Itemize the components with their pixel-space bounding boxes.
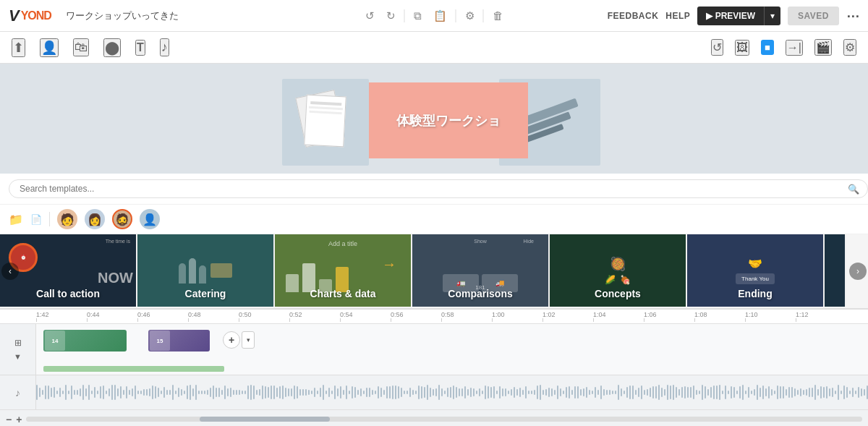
waveform-bar bbox=[849, 391, 851, 394]
waveform-bar bbox=[733, 387, 735, 399]
saved-button[interactable]: SAVED bbox=[788, 7, 839, 25]
template-card-catering[interactable]: Catering bbox=[137, 234, 275, 307]
clip-2[interactable]: 15 bbox=[148, 330, 210, 352]
waveform-bar bbox=[542, 390, 544, 395]
music-note-icon: ♪ bbox=[15, 387, 20, 399]
waveform-bar bbox=[129, 390, 130, 395]
waveform-bar bbox=[59, 388, 61, 397]
search-input[interactable] bbox=[9, 179, 868, 198]
export-button[interactable]: →| bbox=[786, 40, 803, 56]
image-button[interactable]: 🖼 bbox=[735, 40, 749, 56]
waveform-bar bbox=[751, 391, 752, 393]
waveform-bar bbox=[155, 386, 156, 399]
waveform-bar bbox=[635, 390, 637, 395]
waveform-bar bbox=[357, 390, 359, 396]
help-button[interactable]: HELP bbox=[665, 11, 690, 21]
video-button[interactable]: 🎬 bbox=[814, 39, 832, 56]
waveform-bar bbox=[378, 386, 379, 399]
waveform-bar bbox=[435, 388, 437, 396]
waveform-bar bbox=[647, 389, 648, 396]
undo-button[interactable]: ↺ bbox=[362, 7, 378, 25]
cards-nav-right[interactable]: › bbox=[849, 263, 867, 280]
waveform-bar bbox=[516, 389, 518, 395]
avatar-filter-2[interactable]: 👩 bbox=[85, 209, 105, 229]
concepts-label: Concepts bbox=[550, 282, 686, 307]
waveform-bar bbox=[158, 388, 159, 397]
timeline-controls: ⊞ ▼ bbox=[0, 324, 36, 375]
template-card-comparisons[interactable]: Show Hide 🚛 🚚 181 Comparisons bbox=[412, 234, 550, 307]
waveform-bar bbox=[537, 385, 538, 400]
waveform-bar bbox=[664, 389, 665, 396]
feedback-button[interactable]: FEEDBACK bbox=[608, 11, 659, 21]
waveform-bar bbox=[56, 391, 58, 395]
audio-icon[interactable]: ♪ bbox=[160, 38, 169, 56]
template-card-partial[interactable] bbox=[825, 234, 846, 307]
waveform-bar bbox=[783, 386, 784, 398]
waveform-bar bbox=[705, 386, 706, 399]
redo-button[interactable]: ↻ bbox=[383, 7, 399, 25]
scrollbar-track[interactable] bbox=[26, 417, 862, 422]
zoom-in-button[interactable]: + bbox=[16, 414, 22, 425]
logo-v: V bbox=[9, 7, 20, 25]
undo-small-button[interactable]: ↺ bbox=[711, 39, 723, 56]
waveform-bar bbox=[832, 388, 833, 396]
zoom-out-button[interactable]: − bbox=[6, 414, 12, 425]
scrollbar-thumb[interactable] bbox=[200, 417, 330, 422]
file-icon[interactable]: 📄 bbox=[30, 214, 42, 225]
waveform-bar bbox=[713, 385, 715, 399]
waveform-bar bbox=[791, 387, 793, 397]
template-card-concepts[interactable]: 🥘 🌽 🍖 Concepts bbox=[550, 234, 687, 307]
waveform-bar bbox=[502, 388, 503, 396]
waveform-bar bbox=[123, 390, 124, 395]
chart-icon[interactable]: ⬤ bbox=[103, 38, 121, 57]
preview-button[interactable]: ▶ PREVIEW bbox=[697, 7, 764, 25]
waveform-bar bbox=[103, 385, 104, 399]
waveform-bar bbox=[742, 385, 744, 400]
waveform-bar bbox=[412, 390, 414, 394]
waveform-bar bbox=[673, 385, 674, 399]
toolbar: ⬆ 👤 🛍 ⬤ T ♪ ↺ 🖼 ■ →| 🎬 ⚙ bbox=[0, 32, 868, 64]
prop-icon[interactable]: 🛍 bbox=[73, 38, 89, 56]
waveform-bar bbox=[641, 385, 642, 399]
waveform-bar bbox=[768, 386, 770, 399]
timeline-expand-button[interactable]: ▼ bbox=[14, 352, 22, 361]
waveform-bar bbox=[227, 388, 229, 397]
waveform-bar bbox=[152, 385, 153, 399]
highlight-icon: ■ bbox=[761, 40, 774, 55]
delete-button[interactable]: 🗑 bbox=[490, 7, 506, 25]
waveform-bar bbox=[719, 385, 720, 400]
avatar-filter-3[interactable]: 🧔 bbox=[112, 209, 132, 229]
more-options-button[interactable]: ⋯ bbox=[846, 8, 859, 24]
template-card-ending[interactable]: 🤝 Thank You Ending bbox=[687, 234, 825, 307]
avatar-filter-4[interactable]: 👤 bbox=[140, 209, 160, 229]
timeline-container: 1:420:440:460:480:500:520:540:560:581:00… bbox=[0, 309, 868, 426]
waveform-bar bbox=[279, 386, 281, 398]
avatar-filter-1[interactable]: 🧑 bbox=[57, 209, 77, 229]
cards-nav-left[interactable]: ‹ bbox=[1, 263, 19, 280]
settings-button[interactable]: ⚙ bbox=[462, 7, 477, 25]
avatar-filters: 📁 📄 🧑 👩 🧔 👤 bbox=[0, 205, 868, 234]
template-card-cta[interactable]: ⏰ The time is NOW Call to action bbox=[0, 234, 137, 307]
waveform-bar bbox=[360, 388, 362, 397]
add-clip-button[interactable]: + bbox=[223, 331, 240, 349]
upload-icon[interactable]: ⬆ bbox=[12, 38, 25, 57]
waveform-bar bbox=[823, 387, 825, 398]
waveform-bar bbox=[676, 387, 677, 398]
text-icon[interactable]: T bbox=[135, 40, 145, 56]
paste-button[interactable]: 📋 bbox=[430, 7, 450, 25]
clip-1[interactable]: 14 bbox=[43, 330, 127, 352]
settings-toolbar-button[interactable]: ⚙ bbox=[843, 39, 856, 56]
preview-dropdown-button[interactable]: ▾ bbox=[764, 7, 780, 25]
waveform-bar bbox=[97, 391, 98, 394]
folder-icon[interactable]: 📁 bbox=[9, 213, 23, 226]
clip-2-thumbnail: 15 bbox=[150, 331, 170, 351]
waveform-bar bbox=[597, 390, 599, 396]
template-card-charts[interactable]: Add a title → Charts & data bbox=[275, 234, 412, 307]
clip-dropdown-button[interactable]: ▾ bbox=[242, 331, 255, 349]
waveform-bar bbox=[586, 387, 587, 397]
ruler-tick: 1:04 bbox=[593, 311, 644, 322]
timeline-grid-button[interactable]: ⊞ bbox=[14, 338, 22, 348]
copy-button[interactable]: ⧉ bbox=[411, 7, 425, 25]
waveform-bar bbox=[540, 385, 541, 399]
character-icon[interactable]: 👤 bbox=[40, 38, 59, 57]
